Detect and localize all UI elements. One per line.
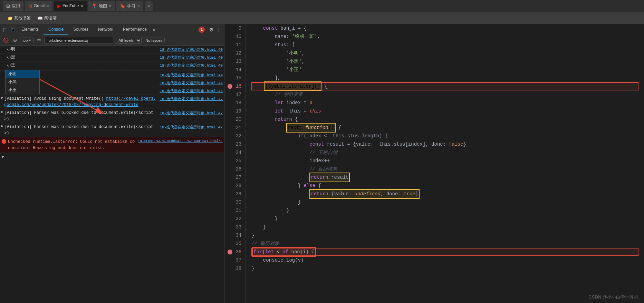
tab-study[interactable]: 🔖 学习 ✕ [116, 1, 143, 11]
code-line-15: ], [251, 74, 638, 82]
line-num-21: 21 [227, 124, 241, 132]
code-line-10: name: '终极一班', [251, 32, 638, 41]
code-line-18: let index = 0 [251, 99, 638, 107]
code-line-16: [Symbol.iterator]() { [251, 82, 638, 90]
line-num-19: 19 [227, 107, 241, 115]
tab-more[interactable]: » [145, 1, 153, 11]
autocomplete-dropdown: 小明 小黑 小王 [5, 70, 40, 94]
youtube-icon: ▶ [57, 3, 61, 9]
line-num-34: 34 [227, 231, 241, 240]
console-filter-input[interactable] [44, 37, 113, 44]
log-level-select[interactable]: All levels [115, 37, 142, 44]
code-line-38: } [251, 264, 638, 273]
line-num-12: 12 [227, 49, 241, 57]
gmail-icon: M [28, 3, 32, 9]
autocomplete-item-xiaohei[interactable]: 小黑 [6, 78, 39, 86]
code-content: 9 10 11 12 13 14 15 ⬤ 16 17 18 19 20 21 … [224, 24, 644, 303]
devtools-settings-button[interactable]: ⚙ [208, 26, 215, 33]
line-num-23: 23 [227, 140, 241, 148]
line-num-33: 33 [227, 223, 241, 231]
tab-close-youtube[interactable]: ✕ [80, 4, 83, 8]
line-num-29: 29 [227, 190, 241, 198]
tab-console[interactable]: Console [44, 25, 68, 35]
tab-sources[interactable]: Sources [68, 25, 93, 35]
autocomplete-item-xiaoming[interactable]: 小明 [6, 70, 39, 78]
console-row-3: 小王 18-迭代器自定义遍历对象.html:40 [0, 61, 224, 69]
code-line-20: return { [251, 115, 638, 124]
tab-close-study[interactable]: ✕ [137, 4, 140, 8]
code-line-36: for(let v of banji) { [251, 248, 638, 256]
autocomplete-item-xiaowang[interactable]: 小王 [6, 86, 39, 94]
line-num-35: 35 [227, 240, 241, 248]
code-line-23: const result = {value: _this.stus[index]… [251, 140, 638, 148]
code-lines: const banji = { name: '终极一班', stus: [ [246, 24, 644, 303]
code-line-33: } [251, 223, 638, 231]
expand-arrow-1[interactable]: ▶ [1, 96, 3, 100]
code-line-17: // 索引变量 [251, 90, 638, 99]
folder-icon: 📁 [8, 16, 13, 21]
watch-expression-button[interactable]: 👁 [35, 37, 43, 44]
line-num-31: 31 [227, 206, 241, 215]
console-row-2: 小黑 18-迭代器自定义遍历对象.html:40 [0, 53, 224, 61]
code-line-19: let _this = this [251, 107, 638, 115]
line-num-24: 24 [227, 148, 241, 157]
console-toolbar: 🚫 ⦿ top ▼ 👁 All levels No Issues [0, 35, 224, 46]
maps-icon: 📍 [92, 3, 97, 9]
console-row-violation-2: ▶ [Violation] Parser was blocked due to … [0, 109, 224, 123]
line-num-36: ⬤ 36 [227, 248, 241, 256]
console-expand-bottom[interactable]: ▶ [0, 153, 224, 160]
code-line-12: '小明', [251, 49, 638, 57]
inspect-element-button[interactable]: ⬚ [1, 26, 9, 33]
device-toolbar-button[interactable]: 📱 [9, 26, 17, 33]
line-num-30: 30 [227, 198, 241, 206]
bookmark-reader[interactable]: 📖 阅读清 [36, 14, 59, 22]
tab-elements[interactable]: Elements [17, 25, 44, 35]
preserve-log-button[interactable]: ⦿ [11, 37, 19, 44]
code-line-14: '小王' [251, 66, 638, 74]
line-num-38: 38 [227, 264, 241, 273]
clear-console-button[interactable]: 🚫 [2, 37, 10, 44]
code-line-25: index++ [251, 157, 638, 165]
csdn-watermark: CSDN @小小白学计算机 [588, 294, 638, 300]
bookmark-other[interactable]: 📁 其他书签 [6, 14, 33, 22]
line-num-18: 18 [227, 99, 241, 107]
tab-apps[interactable]: ⊞ 应用 [3, 1, 23, 11]
devtools-panel: ⬚ 📱 Elements Console Sources Network Per… [0, 24, 224, 303]
tab-network[interactable]: Network [93, 25, 118, 35]
tab-close-maps[interactable]: ✕ [109, 4, 112, 8]
line-num-25: 25 [227, 157, 241, 165]
devtools-more-button[interactable]: ⋮ [215, 26, 223, 33]
error-icon: 🔴 [1, 139, 7, 144]
expand-arrow-3[interactable]: ▶ [1, 124, 3, 128]
line-num-26: 26 [227, 165, 241, 173]
violation-link-1[interactable]: https://devel opers.google.com/web/updat… [4, 96, 156, 107]
tab-maps[interactable]: 📍 地图 ✕ [88, 1, 115, 11]
line-num-22: 22 [227, 132, 241, 140]
tab-gmail[interactable]: M Gmail ✕ [25, 1, 52, 11]
code-line-28: } else { [251, 182, 638, 190]
tab-close-gmail[interactable]: ✕ [46, 4, 49, 8]
expand-arrow-2[interactable]: ▶ [1, 110, 3, 114]
context-selector[interactable]: top ▼ [20, 38, 34, 43]
no-issues-badge: No Issues [143, 38, 165, 43]
line-num-14: 14 [227, 66, 241, 74]
reader-icon: 📖 [38, 16, 43, 21]
code-line-31: } [251, 206, 638, 215]
line-num-32: 32 [227, 215, 241, 223]
devtools-tab-more[interactable]: » [152, 25, 157, 34]
code-editor: 9 10 11 12 13 14 15 ⬤ 16 17 18 19 20 21 … [224, 24, 644, 303]
chevron-down-icon: ▼ [28, 39, 31, 42]
line-num-37: 37 [227, 256, 241, 264]
code-line-32: } [251, 215, 638, 223]
line-num-28: 28 [227, 182, 241, 190]
error-count-badge: 1 [199, 27, 205, 33]
bookmark-icon: 🔖 [120, 3, 125, 9]
code-line-27: return result [251, 173, 638, 182]
code-line-9: const banji = { [251, 24, 638, 32]
line-num-17: 17 [227, 90, 241, 99]
code-line-34: } [251, 231, 638, 240]
tab-performance[interactable]: Performance [118, 25, 152, 35]
code-line-24: // 下标自增 [251, 148, 638, 157]
tab-youtube[interactable]: ▶ YouTube ✕ [54, 1, 87, 11]
console-row-1: 小明 18-迭代器自定义遍历对象.html:40 [0, 46, 224, 53]
